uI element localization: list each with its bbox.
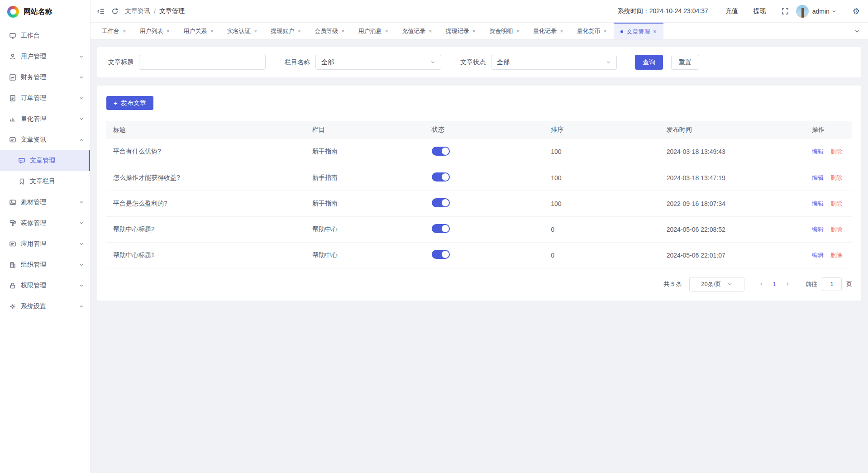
chevron-down-icon (79, 96, 84, 100)
tab-close-icon[interactable]: × (167, 28, 170, 34)
breadcrumb-section[interactable]: 文章资讯 (125, 7, 150, 15)
tab-close-icon[interactable]: × (472, 28, 476, 34)
prev-page-button[interactable] (754, 282, 768, 287)
tab-close-icon[interactable]: × (653, 28, 657, 35)
sidebar-item-users[interactable]: 用户管理 (0, 46, 90, 67)
tab-fund-details[interactable]: 资金明细× (482, 23, 526, 39)
cell-sort: 0 (546, 242, 662, 268)
sidebar-item-label: 订单管理 (21, 94, 75, 102)
col-title: 标题 (106, 121, 308, 139)
tab-member-levels[interactable]: 会员等级× (308, 23, 352, 39)
delete-link[interactable]: 删除 (830, 252, 842, 258)
tab-quant-currency[interactable]: 量化货币× (570, 23, 614, 39)
sidebar-item-articles[interactable]: 文章资讯 (0, 129, 90, 150)
gear-icon (9, 303, 16, 310)
edit-link[interactable]: 编辑 (812, 148, 824, 155)
sidebar-item-organization[interactable]: 组织管理 (0, 254, 90, 275)
tab-user-relations[interactable]: 用户关系× (176, 23, 220, 39)
category-select[interactable]: 全部 (315, 55, 441, 70)
next-page-button[interactable] (781, 282, 795, 287)
recharge-link[interactable]: 充值 (725, 7, 738, 15)
goto-page-input[interactable] (822, 277, 842, 291)
category-select-value: 全部 (321, 58, 430, 67)
tab-close-icon[interactable]: × (254, 28, 258, 34)
sidebar-item-label: 财务管理 (21, 73, 75, 81)
tab-workbench[interactable]: 工作台× (95, 23, 133, 39)
logo-icon (7, 6, 19, 18)
search-button[interactable]: 查询 (635, 55, 663, 70)
edit-link[interactable]: 编辑 (812, 252, 824, 258)
status-toggle[interactable] (432, 172, 450, 182)
cell-category: 新手指南 (308, 165, 427, 191)
tab-recharge-records[interactable]: 充值记录× (395, 23, 439, 39)
article-title-label: 文章标题 (108, 58, 134, 67)
withdraw-link[interactable]: 提现 (754, 7, 766, 15)
status-toggle[interactable] (432, 198, 450, 207)
monitor-icon (9, 32, 16, 39)
sidebar-item-permissions[interactable]: 权限管理 (0, 275, 90, 296)
chevron-down-icon (79, 54, 84, 59)
cell-category: 新手指南 (308, 191, 427, 216)
tab-withdraw-accounts[interactable]: 提现账户× (264, 23, 308, 39)
sidebar-item-orders[interactable]: 订单管理 (0, 88, 90, 109)
breadcrumb-separator: / (154, 8, 156, 15)
settings-gear-icon[interactable]: ⚙ (853, 7, 860, 15)
tab-close-icon[interactable]: × (123, 28, 126, 34)
tab-close-icon[interactable]: × (604, 28, 607, 34)
article-title-input[interactable] (139, 55, 266, 70)
article-table-panel: + 发布文章 标题 栏目 状态 排序 发布时间 操作 (97, 86, 861, 301)
avatar[interactable] (796, 5, 809, 18)
publish-article-button[interactable]: + 发布文章 (106, 96, 153, 110)
sidebar-item-quant[interactable]: 量化管理 (0, 109, 90, 129)
tab-close-icon[interactable]: × (516, 28, 520, 34)
avatar-image (801, 8, 804, 18)
tab-close-icon[interactable]: × (560, 28, 563, 34)
tab-close-icon[interactable]: × (341, 28, 345, 34)
menu-collapse-icon[interactable] (97, 7, 105, 15)
delete-link[interactable]: 删除 (830, 226, 842, 233)
reset-button[interactable]: 重置 (671, 55, 699, 70)
tab-user-messages[interactable]: 用户消息× (352, 23, 396, 39)
delete-link[interactable]: 删除 (830, 148, 842, 155)
user-menu[interactable]: admin (812, 8, 836, 15)
delete-link[interactable]: 删除 (830, 200, 842, 207)
tab-withdraw-records[interactable]: 提现记录× (439, 23, 483, 39)
status-select-value: 全部 (497, 58, 606, 67)
page-number[interactable]: 1 (768, 281, 781, 287)
delete-link[interactable]: 删除 (830, 174, 842, 181)
sidebar-item-article-manage[interactable]: 文章管理 (0, 150, 90, 171)
sidebar-item-article-columns[interactable]: 文章栏目 (0, 171, 90, 192)
sidebar-item-applications[interactable]: 应用管理 (0, 234, 90, 254)
sidebar-item-label: 文章栏目 (30, 177, 84, 186)
tab-close-icon[interactable]: × (385, 28, 389, 34)
tab-quant-records[interactable]: 量化记录× (526, 23, 570, 39)
status-toggle[interactable] (432, 147, 450, 156)
edit-link[interactable]: 编辑 (812, 226, 824, 233)
cell-time: 2024-05-06 22:08:52 (662, 216, 807, 242)
cell-status (427, 216, 547, 242)
tab-user-list[interactable]: 用户列表× (133, 23, 177, 39)
edit-link[interactable]: 编辑 (812, 174, 824, 181)
tab-close-icon[interactable]: × (429, 28, 432, 34)
status-toggle[interactable] (432, 250, 450, 259)
system-time: 系统时间：2024-10-24 23:04:37 (618, 7, 708, 15)
tab-overflow-button[interactable] (846, 23, 868, 39)
sidebar-item-materials[interactable]: 素材管理 (0, 192, 90, 213)
page-size-select[interactable]: 20条/页 (689, 277, 744, 291)
sidebar-item-workbench[interactable]: 工作台 (0, 25, 90, 46)
sidebar-item-finance[interactable]: 财务管理 (0, 67, 90, 88)
refresh-icon[interactable] (111, 8, 119, 15)
edit-link[interactable]: 编辑 (812, 200, 824, 207)
tab-close-icon[interactable]: × (210, 28, 214, 34)
sidebar-item-settings[interactable]: 系统设置 (0, 296, 90, 317)
tab-real-name-auth[interactable]: 实名认证× (220, 23, 264, 39)
tab-close-icon[interactable]: × (297, 28, 301, 34)
tab-article-manage[interactable]: 文章管理× (614, 23, 663, 39)
tab-label: 实名认证 (227, 27, 251, 35)
chevron-down-icon (79, 200, 84, 205)
status-toggle[interactable] (432, 224, 450, 233)
comment-icon (18, 157, 25, 164)
fullscreen-icon[interactable] (782, 8, 789, 15)
status-select[interactable]: 全部 (491, 55, 617, 70)
sidebar-item-decoration[interactable]: 装修管理 (0, 213, 90, 234)
